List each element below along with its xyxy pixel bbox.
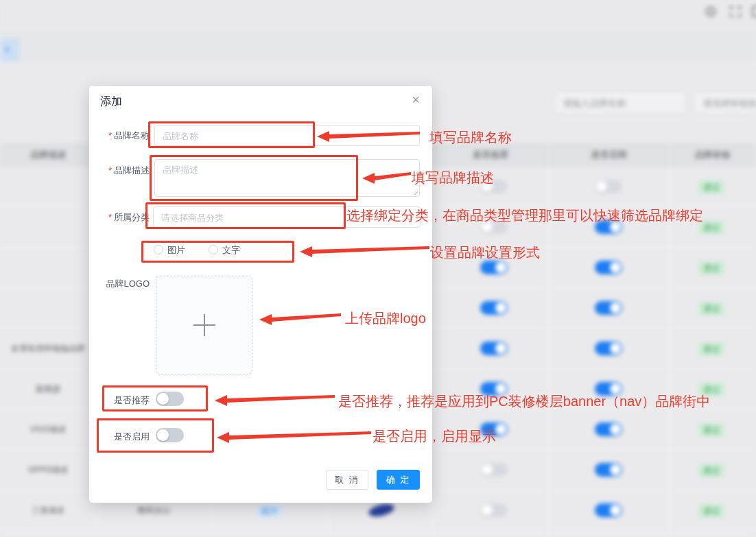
audit-badge: 通过: [698, 342, 724, 356]
category-placeholder: 请选择商品分类: [161, 212, 224, 224]
enable-toggle[interactable]: [595, 503, 622, 517]
confirm-button[interactable]: 确 定: [377, 470, 420, 490]
header-brand-desc: 品牌描述: [0, 143, 96, 167]
annotation-form: 设置品牌设置形式: [430, 243, 540, 262]
radio-text[interactable]: 文字: [209, 243, 257, 256]
brand-name-label: *品牌名称: [89, 125, 150, 146]
fullscreen-icon[interactable]: [729, 5, 742, 19]
brand-desc-cell: OPPO描述: [0, 450, 96, 490]
top-bar: [0, 0, 756, 32]
recommend-toggle[interactable]: [480, 463, 508, 477]
brand-desc-label: *品牌描述: [89, 160, 150, 181]
brand-desc-textarea[interactable]: 品牌描述: [154, 159, 420, 197]
brand-desc-cell: 三星描述: [0, 490, 96, 531]
audit-badge: 通过: [698, 464, 724, 477]
brand-desc-placeholder: 品牌描述: [163, 164, 198, 176]
audit-badge: 通过: [698, 261, 724, 275]
enable-toggle[interactable]: [595, 180, 622, 193]
open-tab-chip[interactable]: x: [0, 38, 19, 62]
enable-toggle[interactable]: [595, 422, 622, 436]
brand-desc-cell: [0, 167, 96, 207]
more-icon[interactable]: [751, 5, 756, 19]
annotation-desc: 填写品牌描述: [412, 169, 494, 187]
annotation-name: 填写品牌名称: [429, 128, 512, 147]
required-star: *: [108, 212, 112, 222]
tab-close-icon[interactable]: x: [5, 44, 10, 54]
recommend-toggle[interactable]: [480, 301, 508, 315]
required-star: *: [108, 165, 112, 176]
radio-circle-icon[interactable]: [209, 245, 218, 254]
category-label: *所属分类: [89, 206, 150, 228]
gear-icon[interactable]: [704, 5, 718, 19]
annotation-enable: 是否启用，启用显示: [373, 427, 496, 446]
enable-label: 是否启用: [89, 431, 150, 443]
audit-badge: 通过: [698, 302, 724, 315]
radio-image[interactable]: 图片: [154, 243, 202, 256]
brand-desc-cell: 新能源: [0, 369, 96, 409]
search-brand-name-placeholder: 请输入品牌名称: [563, 97, 626, 110]
recommend-toggle[interactable]: [480, 261, 508, 274]
enable-toggle[interactable]: [595, 261, 622, 274]
brand-desc-cell: VIVO描述: [0, 409, 96, 450]
enable-toggle[interactable]: [595, 342, 622, 355]
brand-logo-image: [368, 502, 396, 519]
enable-toggle[interactable]: [595, 301, 622, 315]
tabs-bar: x: [0, 32, 756, 62]
audit-badge: 通过: [698, 504, 724, 518]
resize-handle-icon[interactable]: [412, 189, 418, 195]
annotation-category: 选择绑定分类，在商品类型管理那里可以快速筛选品牌绑定: [346, 206, 703, 225]
radio-circle-icon[interactable]: [154, 245, 163, 254]
logo-upload-box[interactable]: [156, 276, 252, 374]
recommend-switch[interactable]: [156, 392, 184, 406]
recommend-toggle[interactable]: [480, 503, 508, 517]
enable-toggle[interactable]: [595, 463, 622, 477]
close-icon[interactable]: ×: [407, 91, 424, 108]
search-audit-status-placeholder: 请选择审核状态: [703, 97, 756, 110]
audit-badge: 通过: [698, 180, 724, 194]
brand-desc-cell: [0, 248, 96, 288]
header-audit: 品牌审核: [669, 143, 756, 167]
recommend-toggle[interactable]: [480, 342, 508, 355]
plus-icon: [193, 314, 215, 336]
radio-text-label: 文字: [222, 244, 240, 256]
brand-desc-cell: [0, 207, 96, 248]
enable-switch[interactable]: [156, 428, 184, 442]
radio-image-label: 图片: [167, 244, 185, 256]
cancel-button[interactable]: 取 消: [326, 470, 368, 490]
brand-name-placeholder: 品牌名称: [163, 130, 198, 143]
modal-title: 添加: [100, 95, 122, 109]
brand-desc-cell: 全享轮滑和瑜伽品牌: [0, 329, 96, 369]
annotation-recommend: 是否推荐，推荐是应用到PC装修楼层banner（nav）品牌街中: [338, 392, 710, 411]
brand-logo-label: 品牌LOGO: [89, 278, 150, 290]
page: { "topbar": { "icons": ["gear-icon", "fu…: [0, 0, 756, 537]
required-star: *: [108, 130, 112, 141]
brand-desc-cell: [0, 288, 96, 329]
brand-name-input[interactable]: 品牌名称: [154, 125, 420, 146]
annotation-logo: 上传品牌logo: [345, 309, 426, 328]
search-brand-name-input[interactable]: 请输入品牌名称: [554, 91, 686, 114]
form-badge: 图片: [257, 504, 283, 518]
audit-badge: 通过: [698, 423, 724, 437]
header-enable: 是否启用: [549, 143, 669, 167]
recommend-label: 是否推荐: [89, 394, 150, 407]
search-audit-status-input[interactable]: 请选择审核状态: [694, 91, 756, 114]
